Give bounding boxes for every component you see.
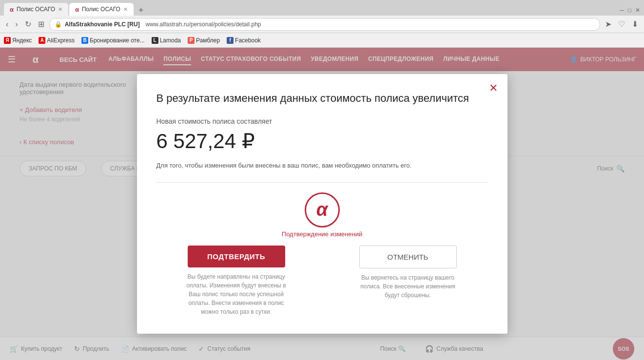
- send-button[interactable]: ➤: [603, 19, 613, 30]
- confirm-button[interactable]: ПОДТВЕРДИТЬ: [188, 246, 285, 267]
- modal-divider: [156, 182, 488, 183]
- bookmark-bar: Я Яндекс A AliExpress B Бронирование оте…: [0, 33, 644, 48]
- modal-logo-label: Подтверждение изменений: [282, 230, 362, 238]
- site-wrapper: ☰ α ВЕСЬ САЙТ АЛЬФАБАЛЛЫ ПОЛИСЫ СТАТУС С…: [0, 48, 644, 360]
- modal-description: Для того, чтобы изменения были внесены в…: [156, 161, 488, 171]
- tab-bar: α Полис ОСАГО ✕ α Полис ОСАГО ✕ + ─ □ ✕: [0, 0, 644, 16]
- bookmark-rambler[interactable]: Р Рамблер: [188, 37, 220, 44]
- bookmark-label-1: AliExpress: [47, 37, 75, 44]
- tab-2[interactable]: α Полис ОСАГО ✕: [69, 3, 134, 16]
- home-button[interactable]: ⊞: [36, 19, 46, 30]
- bookmark-label-2: Бронирование оте...: [90, 37, 145, 44]
- modal-logo-char: α: [316, 199, 328, 220]
- lock-icon: 🔒: [55, 21, 62, 28]
- bookmark-lamoda[interactable]: L Lamoda: [152, 37, 181, 44]
- overlay: ✕ В результате изменения данных стоимост…: [0, 48, 644, 360]
- modal-cancel-col: ОТМЕНИТЬ Вы вернетесь на страницу вашего…: [328, 246, 488, 300]
- new-tab-button[interactable]: +: [135, 5, 148, 16]
- bookmark-yandex[interactable]: Я Яндекс: [4, 37, 32, 44]
- modal: ✕ В результате изменения данных стоимост…: [137, 74, 507, 333]
- modal-logo-circle: α: [305, 192, 340, 227]
- modal-subtitle: Новая стоимость полиса составляет: [156, 117, 488, 125]
- close-window-icon[interactable]: ✕: [635, 7, 640, 14]
- bookmark-label-3: Lamoda: [160, 37, 181, 44]
- bookmark-label-0: Яндекс: [12, 37, 32, 44]
- bookmark-icon[interactable]: ♡: [616, 19, 627, 30]
- cancel-button[interactable]: ОТМЕНИТЬ: [359, 246, 457, 268]
- url-text: www.alfastrah.ru/personal/policies/detai…: [146, 21, 595, 28]
- address-bar: ‹ › ↻ ⊞ 🔒 AlfaStrakhovanie PLC [RU] www.…: [0, 16, 644, 33]
- confirm-note: Вы будете направлены на страницу оплаты.…: [183, 272, 290, 316]
- url-box: 🔒 AlfaStrakhovanie PLC [RU] www.alfastra…: [49, 18, 600, 31]
- tab-2-close[interactable]: ✕: [123, 6, 128, 13]
- tab-1[interactable]: α Полис ОСАГО ✕: [4, 3, 68, 16]
- site-name: AlfaStrakhovanie PLC [RU]: [65, 21, 140, 28]
- bookmark-facebook[interactable]: f Facebook: [227, 37, 261, 44]
- back-button[interactable]: ‹: [4, 19, 10, 30]
- minimize-icon[interactable]: ─: [620, 7, 624, 14]
- bookmark-aliexpress[interactable]: A AliExpress: [39, 37, 75, 44]
- bookmark-label-4: Рамблер: [196, 37, 220, 44]
- modal-confirm-col: ПОДТВЕРДИТЬ Вы будете направлены на стра…: [156, 246, 316, 316]
- download-icon[interactable]: ⬇: [630, 19, 640, 30]
- tab-1-label: Полис ОСАГО: [17, 6, 55, 13]
- restore-icon[interactable]: □: [628, 7, 631, 14]
- refresh-button[interactable]: ↻: [23, 19, 33, 30]
- tab-2-label: Полис ОСАГО: [82, 6, 120, 13]
- forward-button[interactable]: ›: [13, 19, 20, 30]
- bookmark-booking[interactable]: B Бронирование оте...: [81, 37, 145, 44]
- modal-close-button[interactable]: ✕: [489, 82, 498, 95]
- browser-chrome: α Полис ОСАГО ✕ α Полис ОСАГО ✕ + ─ □ ✕ …: [0, 0, 644, 48]
- modal-logo: α Подтверждение изменений: [156, 192, 488, 238]
- modal-price: 6 527,24 ₽: [156, 129, 488, 153]
- modal-title: В результате изменения данных стоимость …: [156, 92, 488, 106]
- tab-1-close[interactable]: ✕: [58, 6, 62, 13]
- modal-actions: ПОДТВЕРДИТЬ Вы будете направлены на стра…: [156, 246, 488, 316]
- bookmark-label-5: Facebook: [235, 37, 261, 44]
- cancel-note: Вы вернетесь на страницу вашего полиса. …: [354, 273, 462, 300]
